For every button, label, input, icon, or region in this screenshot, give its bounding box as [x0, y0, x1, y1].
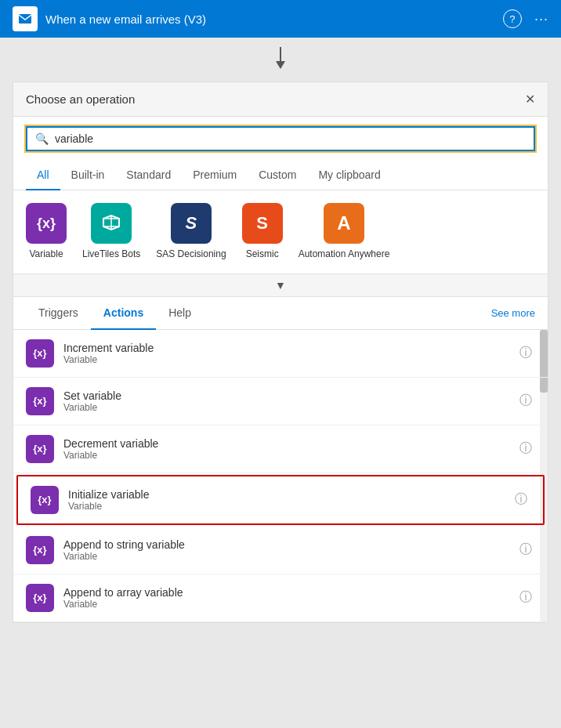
- sas-icon-symbol: S: [186, 213, 197, 234]
- variable-label: Variable: [29, 248, 63, 261]
- info-icon[interactable]: ⓘ: [519, 393, 532, 409]
- decrement-variable-subtitle: Variable: [63, 450, 516, 461]
- connector-automation-anywhere[interactable]: A Automation Anywhere: [299, 203, 390, 261]
- tab-myclipboard[interactable]: My clipboard: [307, 161, 391, 190]
- top-bar-title: When a new email arrives (V3): [45, 13, 206, 26]
- icons-grid: {x} Variable LiveTiles Bots S: [26, 203, 535, 261]
- list-item[interactable]: {x} Increment variable Variable ⓘ: [13, 330, 548, 378]
- list-item-highlighted[interactable]: {x} Initialize variable Variable ⓘ: [16, 475, 545, 525]
- see-more-link[interactable]: See more: [491, 307, 535, 319]
- decrement-variable-icon: {x}: [26, 435, 54, 463]
- increment-variable-title: Increment variable: [63, 342, 516, 354]
- expand-chevron-row[interactable]: ▼: [13, 274, 548, 296]
- info-icon[interactable]: ⓘ: [519, 541, 532, 558]
- decrement-variable-text: Decrement variable Variable: [63, 437, 516, 461]
- append-string-variable-title: Append to string variable: [63, 538, 516, 551]
- icons-grid-section: {x} Variable LiveTiles Bots S: [13, 190, 548, 274]
- increment-variable-icon: {x}: [26, 339, 54, 368]
- sas-label: SAS Decisioning: [156, 248, 226, 261]
- email-trigger-icon: [13, 6, 38, 31]
- search-input[interactable]: [55, 132, 526, 145]
- help-icon[interactable]: ?: [503, 9, 522, 28]
- append-array-variable-text: Append to array variable Variable: [63, 586, 516, 610]
- automation-anywhere-symbol: A: [337, 212, 350, 234]
- variable-action-symbol: {x}: [33, 395, 46, 407]
- sas-icon-box: S: [171, 203, 212, 244]
- connector-livetiles[interactable]: LiveTiles Bots: [82, 203, 140, 261]
- search-icon: 🔍: [35, 132, 49, 145]
- initialize-variable-text: Initialize variable Variable: [68, 488, 512, 512]
- search-box-container: 🔍: [26, 126, 535, 151]
- append-array-variable-subtitle: Variable: [63, 599, 516, 610]
- append-string-variable-subtitle: Variable: [63, 551, 516, 562]
- choose-header: Choose an operation ✕: [13, 82, 548, 117]
- append-string-variable-text: Append to string variable Variable: [63, 538, 516, 562]
- chevron-down-icon: ▼: [275, 279, 286, 292]
- append-string-variable-icon: {x}: [26, 536, 54, 564]
- choose-operation-panel: Choose an operation ✕ 🔍 All Built-in Sta…: [13, 81, 548, 623]
- connector-sas[interactable]: S SAS Decisioning: [156, 203, 226, 261]
- tab-all[interactable]: All: [26, 161, 60, 190]
- info-icon[interactable]: ⓘ: [519, 440, 532, 457]
- list-item[interactable]: {x} Decrement variable Variable ⓘ: [13, 426, 548, 473]
- arrow-connector: [0, 38, 561, 81]
- bottom-panel: Triggers Actions Help See more {x} Incre…: [13, 296, 548, 622]
- bottom-tab-triggers[interactable]: Triggers: [26, 297, 91, 330]
- tab-standard[interactable]: Standard: [115, 161, 182, 190]
- search-section: 🔍: [13, 117, 548, 161]
- automation-anywhere-label: Automation Anywhere: [299, 248, 390, 261]
- connector-seismic[interactable]: S Seismic: [242, 203, 283, 261]
- increment-variable-text: Increment variable Variable: [63, 342, 516, 365]
- tabs-section: All Built-in Standard Premium Custom My …: [13, 161, 548, 190]
- info-icon[interactable]: ⓘ: [515, 491, 527, 508]
- seismic-label: Seismic: [246, 248, 279, 261]
- close-button[interactable]: ✕: [525, 92, 535, 107]
- info-icon[interactable]: ⓘ: [519, 589, 532, 606]
- livetiles-icon-box: [91, 203, 132, 244]
- choose-header-title: Choose an operation: [26, 92, 135, 106]
- bottom-tabs-left: Triggers Actions Help: [26, 297, 204, 329]
- top-bar-right: ? ···: [503, 9, 548, 28]
- decrement-variable-title: Decrement variable: [63, 437, 516, 450]
- initialize-variable-title: Initialize variable: [68, 488, 512, 501]
- initialize-variable-subtitle: Variable: [68, 501, 512, 512]
- variable-action-symbol: {x}: [33, 347, 46, 359]
- variable-icon-box: {x}: [26, 203, 67, 244]
- bottom-tab-actions[interactable]: Actions: [91, 297, 156, 330]
- seismic-icon-symbol: S: [256, 213, 268, 234]
- increment-variable-subtitle: Variable: [63, 354, 516, 365]
- seismic-icon-box: S: [242, 203, 283, 244]
- top-bar-left: When a new email arrives (V3): [13, 6, 206, 31]
- connector-variable[interactable]: {x} Variable: [26, 203, 67, 261]
- set-variable-subtitle: Variable: [63, 402, 516, 413]
- svg-rect-0: [19, 14, 31, 24]
- variable-action-symbol: {x}: [38, 494, 51, 505]
- list-item[interactable]: {x} Append to array variable Variable ⓘ: [13, 574, 548, 622]
- info-icon[interactable]: ⓘ: [519, 345, 532, 361]
- set-variable-icon: {x}: [26, 387, 54, 415]
- variable-action-symbol: {x}: [33, 544, 46, 556]
- more-options-icon[interactable]: ···: [534, 11, 548, 27]
- livetiles-label: LiveTiles Bots: [82, 248, 140, 261]
- variable-icon-symbol: {x}: [37, 216, 56, 232]
- livetiles-icon: [100, 212, 122, 234]
- list-item[interactable]: {x} Append to string variable Variable ⓘ: [13, 527, 548, 574]
- set-variable-title: Set variable: [63, 389, 516, 402]
- variable-action-symbol: {x}: [33, 443, 46, 455]
- tab-premium[interactable]: Premium: [182, 161, 248, 190]
- list-container: {x} Increment variable Variable ⓘ {x} Se…: [13, 330, 548, 622]
- bottom-tabs: Triggers Actions Help See more: [13, 297, 548, 330]
- bottom-tab-help[interactable]: Help: [156, 297, 204, 330]
- variable-action-symbol: {x}: [33, 592, 46, 603]
- tab-builtin[interactable]: Built-in: [60, 161, 116, 190]
- append-array-variable-icon: {x}: [26, 584, 54, 612]
- top-bar: When a new email arrives (V3) ? ···: [0, 0, 561, 38]
- automation-anywhere-icon-box: A: [324, 203, 364, 244]
- svg-marker-2: [276, 61, 285, 69]
- append-array-variable-title: Append to array variable: [63, 586, 516, 599]
- set-variable-text: Set variable Variable: [63, 389, 516, 413]
- list-item[interactable]: {x} Set variable Variable ⓘ: [13, 378, 548, 426]
- tab-custom[interactable]: Custom: [248, 161, 307, 190]
- initialize-variable-icon: {x}: [31, 486, 59, 514]
